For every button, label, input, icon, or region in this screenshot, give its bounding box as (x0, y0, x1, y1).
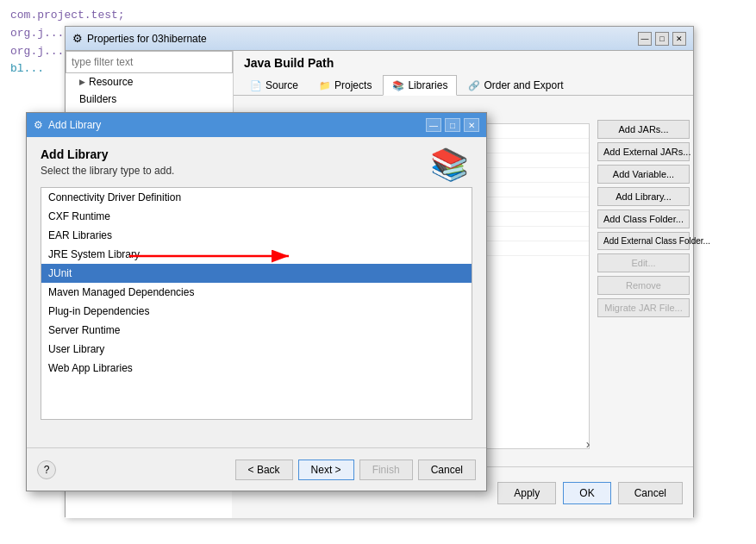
tree-item-resource[interactable]: ▶ Resource (66, 73, 233, 91)
tab-order-label: Order and Export (484, 79, 563, 91)
footer-left: ? (37, 460, 56, 479)
apply-button[interactable]: Apply (497, 482, 556, 504)
tab-order-export[interactable]: 🔗 Order and Export (459, 75, 572, 95)
dialog-subtitle: Select the library type to add. (41, 165, 472, 177)
lib-item-jre[interactable]: JRE System Library (41, 245, 472, 264)
add-library-dialog: ⚙ Add Library — □ ✕ Add Library Select t… (26, 112, 487, 491)
side-buttons-panel: Add JARs... Add External JARs... Add Var… (594, 120, 693, 317)
minimize-button[interactable]: — (638, 32, 652, 46)
order-tab-icon: 🔗 (468, 80, 480, 91)
add-variable-button[interactable]: Add Variable... (597, 165, 690, 184)
remove-button[interactable]: Remove (597, 276, 690, 295)
dialog-cancel-button[interactable]: Cancel (418, 460, 476, 480)
next-button[interactable]: Next > (298, 460, 354, 480)
dialog-window-controls: — □ ✕ (426, 118, 479, 132)
tree-item-builders[interactable]: Builders (66, 91, 233, 108)
dialog-restore-button[interactable]: □ (445, 118, 460, 132)
dialog-titlebar: ⚙ Add Library — □ ✕ (27, 113, 486, 137)
lib-item-cxf[interactable]: CXF Runtime (41, 207, 472, 226)
projects-tab-icon: 📁 (319, 80, 331, 91)
add-external-class-folder-button[interactable]: Add External Class Folder... (597, 232, 690, 250)
add-class-folder-button[interactable]: Add Class Folder... (597, 209, 690, 228)
tree-item-label: Resource (89, 76, 133, 88)
lib-item-plugin[interactable]: Plug-in Dependencies (41, 302, 472, 321)
lib-item-maven[interactable]: Maven Managed Dependencies (41, 283, 472, 302)
tree-item-label: Builders (79, 93, 116, 105)
lib-item-server[interactable]: Server Runtime (41, 321, 472, 340)
edit-button[interactable]: Edit... (597, 253, 690, 272)
scroll-right-indicator: › (583, 439, 593, 449)
tabs-bar: 📄 Source 📁 Projects 📚 Libraries 🔗 Order … (234, 75, 693, 96)
gear-icon: ⚙ (72, 32, 83, 45)
filter-input[interactable] (66, 51, 233, 73)
ok-button[interactable]: OK (563, 482, 610, 504)
cancel-button[interactable]: Cancel (618, 482, 683, 504)
lib-item-ear[interactable]: EAR Libraries (41, 226, 472, 245)
footer-right: < Back Next > Finish Cancel (235, 460, 476, 480)
migrate-jar-button[interactable]: Migrate JAR File... (597, 298, 690, 317)
dialog-heading: Add Library (41, 147, 472, 161)
dialog-minimize-button[interactable]: — (426, 118, 441, 132)
properties-window-title: Properties for 03hibernate (87, 33, 207, 45)
lib-item-webapp[interactable]: Web App Libraries (41, 359, 472, 378)
finish-button[interactable]: Finish (359, 460, 413, 480)
dialog-title-label: Add Library (48, 119, 101, 131)
close-button[interactable]: ✕ (672, 32, 686, 46)
add-external-jars-button[interactable]: Add External JARs... (597, 142, 690, 161)
library-list[interactable]: Connectivity Driver Definition CXF Runti… (41, 187, 472, 420)
dialog-content: Add Library Select the library type to a… (27, 137, 486, 430)
tab-libraries[interactable]: 📚 Libraries (383, 75, 457, 96)
tab-source[interactable]: 📄 Source (241, 75, 308, 95)
tab-projects-label: Projects (334, 79, 372, 91)
lib-item-user[interactable]: User Library (41, 340, 472, 359)
add-jars-button[interactable]: Add JARs... (597, 120, 690, 139)
tab-libraries-label: Libraries (408, 79, 447, 91)
dialog-close-button[interactable]: ✕ (464, 118, 479, 132)
gear-icon-small: ⚙ (34, 119, 43, 131)
java-build-path-header: Java Build Path (234, 51, 693, 75)
expand-arrow-icon: ▶ (79, 78, 85, 86)
window-controls: — □ ✕ (638, 32, 686, 46)
properties-titlebar: ⚙ Properties for 03hibernate — □ ✕ (66, 27, 693, 51)
dialog-footer: ? < Back Next > Finish Cancel (27, 447, 486, 491)
lib-item-connectivity[interactable]: Connectivity Driver Definition (41, 188, 472, 207)
library-icon: 📚 (430, 149, 469, 180)
source-tab-icon: 📄 (250, 80, 262, 91)
add-library-button[interactable]: Add Library... (597, 187, 690, 206)
restore-button[interactable]: □ (655, 32, 669, 46)
tab-projects[interactable]: 📁 Projects (309, 75, 381, 95)
back-button[interactable]: < Back (235, 460, 293, 480)
dialog-title: ⚙ Add Library (34, 119, 101, 131)
libraries-tab-icon: 📚 (392, 80, 404, 91)
tab-source-label: Source (266, 79, 298, 91)
lib-item-junit[interactable]: JUnit (41, 264, 472, 283)
properties-title: ⚙ Properties for 03hibernate (72, 32, 207, 45)
help-button[interactable]: ? (37, 460, 56, 479)
